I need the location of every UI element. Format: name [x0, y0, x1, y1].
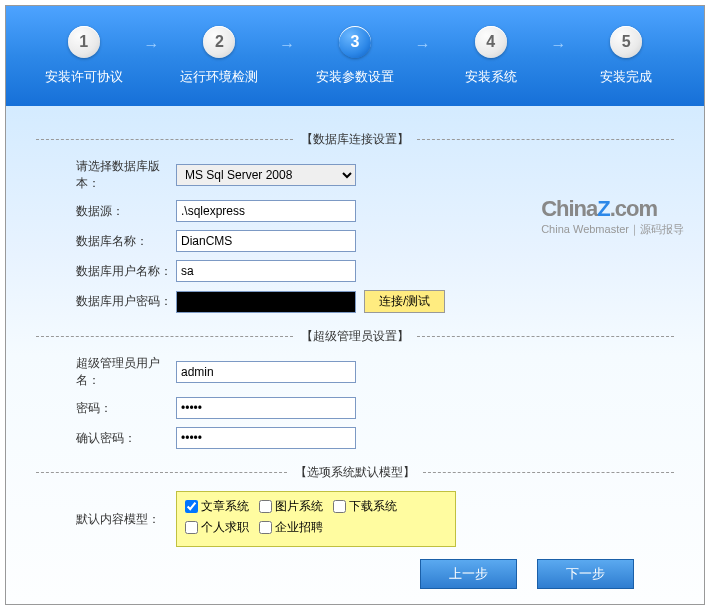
admin-pwd2-input[interactable] [176, 427, 356, 449]
content-area: ChinaZ.com China Webmaster｜源码报导 【数据库连接设置… [6, 106, 704, 604]
model-option-label: 个人求职 [201, 519, 249, 536]
step-label: 安装系统 [465, 68, 517, 86]
section-label: 【选项系统默认模型】 [287, 464, 423, 481]
db-source-input[interactable] [176, 200, 356, 222]
model-option-recruit[interactable]: 企业招聘 [259, 519, 323, 536]
row-db-source: 数据源： [36, 200, 674, 222]
model-checkbox[interactable] [185, 500, 198, 513]
db-pwd-input[interactable] [176, 291, 356, 313]
label-db-name: 数据库名称： [36, 233, 176, 250]
section-title-admin: 【超级管理员设置】 [36, 328, 674, 345]
install-wizard: 1 安装许可协议 → 2 运行环境检测 → 3 安装参数设置 → 4 安装系统 … [5, 5, 705, 605]
label-db-pwd: 数据库用户密码： [36, 293, 176, 310]
row-db-pwd: 数据库用户密码： 连接/测试 [36, 290, 674, 313]
step-5: 5 安装完成 → [558, 26, 694, 86]
nav-buttons: 上一步 下一步 [36, 559, 634, 589]
step-label: 安装许可协议 [45, 68, 123, 86]
model-checkbox[interactable] [333, 500, 346, 513]
label-db-user: 数据库用户名称： [36, 263, 176, 280]
row-db-name: 数据库名称： [36, 230, 674, 252]
step-circle-active: 3 [339, 26, 371, 58]
model-option-article[interactable]: 文章系统 [185, 498, 249, 515]
label-admin-pwd: 密码： [36, 400, 176, 417]
label-admin-pwd2: 确认密码： [36, 430, 176, 447]
model-option-label: 下载系统 [349, 498, 397, 515]
row-db-version: 请选择数据库版本： MS Sql Server 2008 [36, 158, 674, 192]
model-checkbox[interactable] [259, 521, 272, 534]
row-admin-user: 超级管理员用户名： [36, 355, 674, 389]
model-option-image[interactable]: 图片系统 [259, 498, 323, 515]
step-circle: 2 [203, 26, 235, 58]
model-option-label: 文章系统 [201, 498, 249, 515]
step-1: 1 安装许可协议 → [16, 26, 152, 86]
row-db-user: 数据库用户名称： [36, 260, 674, 282]
step-2: 2 运行环境检测 → [152, 26, 288, 86]
row-admin-pwd: 密码： [36, 397, 674, 419]
step-circle: 5 [610, 26, 642, 58]
model-option-download[interactable]: 下载系统 [333, 498, 397, 515]
next-button[interactable]: 下一步 [537, 559, 634, 589]
model-option-label: 企业招聘 [275, 519, 323, 536]
db-version-select[interactable]: MS Sql Server 2008 [176, 164, 356, 186]
section-title-model: 【选项系统默认模型】 [36, 464, 674, 481]
section-title-db: 【数据库连接设置】 [36, 131, 674, 148]
step-circle: 4 [475, 26, 507, 58]
db-name-input[interactable] [176, 230, 356, 252]
admin-user-input[interactable] [176, 361, 356, 383]
model-checkbox[interactable] [259, 500, 272, 513]
steps-bar: 1 安装许可协议 → 2 运行环境检测 → 3 安装参数设置 → 4 安装系统 … [6, 6, 704, 106]
label-model: 默认内容模型： [36, 511, 176, 528]
db-user-input[interactable] [176, 260, 356, 282]
step-4: 4 安装系统 → [423, 26, 559, 86]
section-label: 【数据库连接设置】 [293, 131, 417, 148]
step-label: 安装完成 [600, 68, 652, 86]
section-label: 【超级管理员设置】 [293, 328, 417, 345]
test-connection-button[interactable]: 连接/测试 [364, 290, 445, 313]
row-admin-pwd2: 确认密码： [36, 427, 674, 449]
model-checkbox-area: 文章系统 图片系统 下载系统 个人求职 [176, 491, 456, 547]
row-model: 默认内容模型： 文章系统 图片系统 下载系 [36, 491, 674, 547]
step-label: 安装参数设置 [316, 68, 394, 86]
step-label: 运行环境检测 [180, 68, 258, 86]
step-circle: 1 [68, 26, 100, 58]
admin-pwd-input[interactable] [176, 397, 356, 419]
step-3: 3 安装参数设置 → [287, 26, 423, 86]
model-option-job[interactable]: 个人求职 [185, 519, 249, 536]
prev-button[interactable]: 上一步 [420, 559, 517, 589]
model-option-label: 图片系统 [275, 498, 323, 515]
model-checkbox[interactable] [185, 521, 198, 534]
label-db-source: 数据源： [36, 203, 176, 220]
label-db-version: 请选择数据库版本： [36, 158, 176, 192]
label-admin-user: 超级管理员用户名： [36, 355, 176, 389]
